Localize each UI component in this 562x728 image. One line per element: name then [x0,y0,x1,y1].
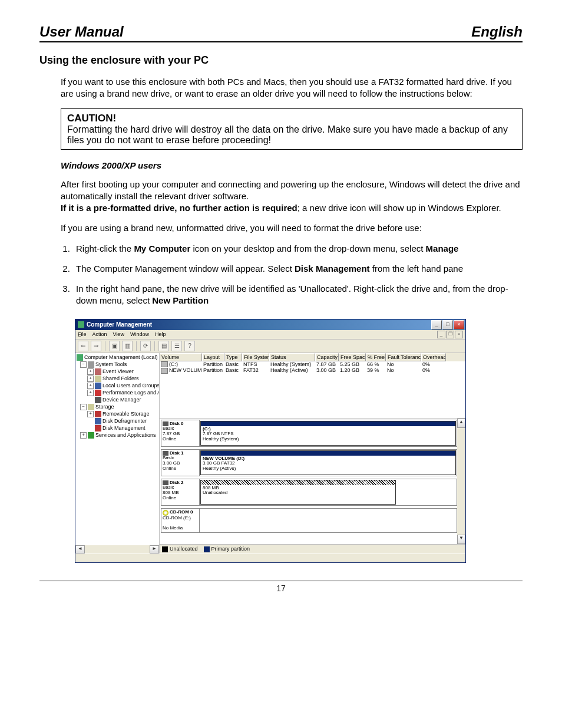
export-button[interactable]: ▤ [158,341,169,351]
volume-icon [161,361,168,367]
expand-icon[interactable]: − [80,361,87,368]
volume-header-bar [201,480,395,485]
computer-icon [77,354,83,361]
close-button[interactable]: × [454,320,464,330]
menu-help[interactable]: Help [155,331,166,337]
tree-systools[interactable]: System Tools [95,361,127,367]
disk-mgmt-icon [95,425,101,431]
tree-sf[interactable]: Shared Folders [103,375,139,381]
vertical-scrollbar[interactable]: ▲ ▼ [457,419,465,544]
menu-window[interactable]: Window [130,331,149,337]
menu-file[interactable]: File [78,331,87,337]
disk-row[interactable]: Disk 0 Basic 7.87 GB Online (C:) 7.87 GB… [161,420,457,447]
mdi-restore-button[interactable]: ❐ [446,331,454,338]
storage-icon [88,404,94,410]
cdrom-icon [163,510,168,516]
forward-button[interactable]: ⇒ [91,341,101,351]
steps-list: Right-click the My Computer icon on your… [61,243,523,307]
horizontal-scrollbar[interactable]: ◄ ► [75,545,159,554]
tree-pane[interactable]: Computer Management (Local) −System Tool… [75,353,160,554]
tree-dd[interactable]: Disk Defragmenter [103,418,147,424]
col-free[interactable]: Free Space [339,353,366,361]
legend: Unallocated Primary partition [160,544,465,554]
col-status[interactable]: Status [269,353,315,361]
volume-box[interactable]: NEW VOLUME (D:) 3.00 GB FAT32 Healthy (A… [200,450,456,475]
scroll-down-button[interactable]: ▼ [457,535,465,544]
scroll-right-button[interactable]: ► [150,545,159,554]
disk-panel[interactable]: ▲ ▼ Disk 0 Basic 7.87 GB Online [160,419,465,544]
caution-box: CAUTION! Formatting the hard drive will … [61,108,523,150]
scroll-left-button[interactable]: ◄ [75,545,85,554]
col-type[interactable]: Type [224,353,242,361]
disk-row[interactable]: Disk 2 Basic 808 MB Online 808 MB Unallo… [161,479,457,506]
menu-view[interactable]: View [113,331,124,337]
expand-icon[interactable]: + [87,375,94,382]
caution-title: CAUTION! [67,113,516,124]
settings-button[interactable]: ☰ [171,341,182,351]
refresh-button[interactable]: ⟳ [140,341,151,351]
caution-body: Formatting the hard drive will destroy a… [67,124,516,146]
expand-icon[interactable]: + [87,390,94,396]
col-pct[interactable]: % Free [366,353,386,361]
mdi-close-button[interactable]: × [455,331,463,338]
header-left: User Manual [39,24,124,40]
page-number: 17 [276,584,286,593]
tree-dm[interactable]: Device Manager [103,397,141,403]
intro-paragraph: If you want to use this enclosure with b… [61,76,523,100]
disk-info: CD-ROM 0 CD-ROM (E:) No Media [161,509,200,532]
disk-row[interactable]: Disk 1 Basic 3.00 GB Online NEW VOLUME (… [161,449,457,476]
step-1: Right-click the My Computer icon on your… [72,243,523,255]
volume-box[interactable]: (C:) 7.87 GB NTFS Healthy (System) [200,421,456,446]
tree-lu[interactable]: Local Users and Groups [103,383,160,388]
swatch-primary [204,546,210,552]
tree-pl[interactable]: Performance Logs and Alerts [103,390,160,396]
window-title: Computer Management [78,321,152,328]
tree-ev[interactable]: Event Viewer [103,368,134,374]
device-manager-icon [95,397,101,403]
menu-action[interactable]: Action [92,331,107,337]
titlebar[interactable]: Computer Management _ □ × [75,319,465,330]
col-ft[interactable]: Fault Tolerance [386,353,421,361]
volume-row[interactable]: (C:) Partition Basic NTFS Healthy (Syste… [160,361,465,368]
col-layout[interactable]: Layout [202,353,224,361]
disk-info: Disk 0 Basic 7.87 GB Online [161,420,200,446]
tree-root[interactable]: Computer Management (Local) [84,354,158,360]
volume-row[interactable]: NEW VOLUME (D:) Partition Basic FAT32 He… [160,367,465,374]
expand-icon[interactable]: + [87,411,94,417]
volume-header-bar [201,451,455,456]
back-button[interactable]: ⇐ [78,341,88,351]
scroll-up-button[interactable]: ▲ [457,419,465,428]
volume-box-unallocated[interactable]: 808 MB Unallocated [200,480,396,505]
col-volume[interactable]: Volume [160,353,202,361]
perf-logs-icon [95,390,101,396]
expand-icon[interactable]: + [80,432,87,439]
maximize-button[interactable]: □ [442,320,453,330]
swatch-unallocated [162,546,168,552]
shared-folders-icon [95,375,101,382]
col-capacity[interactable]: Capacity [315,353,339,361]
col-fs[interactable]: File System [242,353,269,361]
up-button[interactable]: ▣ [109,341,120,351]
mdi-minimize-button[interactable]: _ [437,331,445,338]
minimize-button[interactable]: _ [431,320,442,330]
col-ov[interactable]: Overhead [421,353,446,361]
disk-row[interactable]: CD-ROM 0 CD-ROM (E:) No Media [161,508,457,533]
help-button[interactable]: ? [184,341,195,351]
properties-button[interactable]: ▥ [122,341,133,351]
header-right: English [471,24,523,40]
expand-icon[interactable]: − [80,404,87,410]
tree-sa[interactable]: Services and Applications [95,432,156,438]
section-title: Using the enclosure with your PC [39,54,523,67]
tree-storage[interactable]: Storage [95,404,114,410]
column-headers[interactable]: Volume Layout Type File System Status Ca… [160,353,465,361]
expand-icon[interactable]: + [87,383,94,389]
event-viewer-icon [95,368,101,375]
expand-icon[interactable]: + [87,368,94,375]
disk-info: Disk 1 Basic 3.00 GB Online [161,450,200,476]
volume-list[interactable]: Volume Layout Type File System Status Ca… [160,353,465,419]
services-icon [88,432,94,439]
page-footer: 17 [39,581,523,593]
tree-rs[interactable]: Removable Storage [103,411,150,417]
para-1: After first booting up your computer and… [61,179,523,215]
tree-dmg[interactable]: Disk Management [103,425,146,431]
